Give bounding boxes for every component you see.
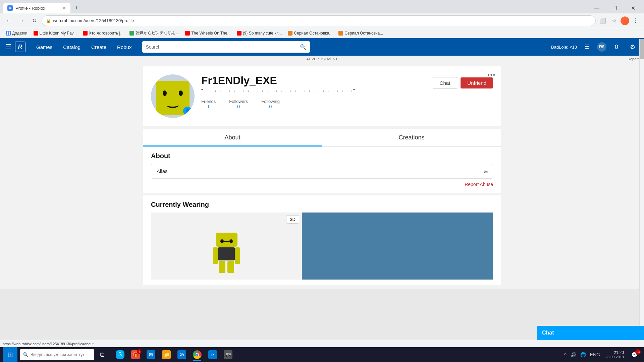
window-controls: — ❐ ✕ bbox=[589, 3, 641, 13]
address-bar[interactable]: 🔒 bbox=[42, 15, 596, 26]
close-button[interactable]: ✕ bbox=[625, 3, 641, 13]
ad-bar: ADVERTISEMENT Report bbox=[0, 56, 644, 62]
avatar-head-small bbox=[216, 233, 237, 247]
refresh-button[interactable]: ↻ bbox=[29, 15, 40, 26]
taskbar-search-icon: 🔍 bbox=[23, 352, 29, 357]
tray-up-arrow[interactable]: ^ bbox=[563, 352, 568, 357]
nav-robux-balance[interactable]: R$ bbox=[597, 42, 606, 52]
bookmark-kitten-label: Little Kitten My Fav... bbox=[40, 31, 77, 36]
chat-widget[interactable]: Chat bbox=[537, 326, 644, 340]
bookmark-icon[interactable]: ☆ bbox=[609, 16, 619, 26]
system-clock[interactable]: 21:20 23.09.2019 bbox=[603, 350, 627, 359]
new-tab-button[interactable]: + bbox=[72, 3, 81, 13]
nav-games[interactable]: Games bbox=[31, 38, 58, 56]
about-title: About bbox=[151, 152, 493, 160]
clock-date: 23.09.2019 bbox=[605, 355, 624, 359]
forward-button[interactable]: → bbox=[16, 15, 27, 26]
lock-icon: 🔒 bbox=[46, 18, 51, 23]
taskbar-mail[interactable]: ✉ bbox=[144, 347, 158, 362]
roblox-navbar: ☰ R Games Catalog Create Robux 🔍 BadLole… bbox=[0, 38, 644, 56]
profile-avatar: 👤 bbox=[151, 74, 195, 118]
taskbar-notification-icon[interactable]: 💬 13 bbox=[628, 347, 641, 362]
tab-about[interactable]: About bbox=[143, 129, 322, 146]
tray-network[interactable]: 🌐 bbox=[579, 352, 587, 357]
url-input[interactable] bbox=[53, 18, 591, 23]
edit-alias-icon[interactable]: ✏ bbox=[484, 168, 489, 176]
wearing-avatar bbox=[206, 226, 247, 280]
bookmark-cats[interactable]: (9) So many cute kit... bbox=[234, 30, 285, 36]
bookmark-serial2[interactable]: Сериал Остановка... bbox=[336, 30, 386, 36]
maximize-button[interactable]: ❐ bbox=[607, 3, 623, 13]
chat-widget-label: Chat bbox=[542, 330, 554, 336]
followers-count[interactable]: 0 bbox=[229, 104, 248, 109]
hamburger-menu[interactable]: ☰ bbox=[5, 43, 11, 51]
profile-tabs: About Creations bbox=[143, 129, 501, 147]
bookmark-addons-label: Додатки bbox=[12, 31, 28, 36]
tab-creations[interactable]: Creations bbox=[322, 129, 501, 146]
back-button[interactable]: ← bbox=[3, 15, 14, 26]
tray-lang[interactable]: ENG bbox=[589, 352, 601, 357]
avatar-eye-left bbox=[163, 90, 167, 96]
tray-volume[interactable]: 🔊 bbox=[569, 352, 578, 357]
start-button[interactable]: ⊞ bbox=[3, 347, 17, 362]
roblox-logo[interactable]: R bbox=[15, 42, 25, 52]
bookmark-yt2[interactable]: Хто як говорить |... bbox=[80, 30, 126, 36]
alias-label: Alias bbox=[157, 168, 168, 174]
chat-button[interactable]: Chat bbox=[433, 77, 458, 89]
taskbar-search[interactable]: 🔍 bbox=[20, 349, 94, 360]
report-abuse-container: Report Abuse bbox=[151, 181, 493, 187]
profile-actions: Chat Unfriend bbox=[433, 77, 493, 89]
wearing-title: Currently Wearing bbox=[151, 201, 493, 208]
profile-username: Fr1ENDly_EXE bbox=[201, 74, 426, 87]
bookmark-serial1-label: Сериал Остановка... bbox=[294, 31, 332, 36]
minimize-button[interactable]: — bbox=[589, 3, 604, 13]
bookmark-serial1[interactable]: Сериал Остановка... bbox=[285, 30, 335, 36]
wearing-content: 3D bbox=[151, 213, 493, 280]
tab-favicon: R bbox=[7, 5, 13, 11]
taskview-button[interactable]: ⧉ bbox=[95, 347, 109, 362]
browser-tab-active[interactable]: R Profile - Roblox ✕ bbox=[3, 3, 70, 13]
translate-icon[interactable]: ⬜ bbox=[598, 16, 608, 26]
wearing-avatar-area: 3D bbox=[151, 213, 302, 280]
taskbar-search-input[interactable] bbox=[31, 352, 91, 357]
friends-count[interactable]: 1 bbox=[201, 104, 216, 109]
taskbar-skype[interactable]: S bbox=[113, 347, 127, 362]
report-link[interactable]: Report bbox=[628, 57, 639, 61]
taskbar-chrome[interactable] bbox=[190, 347, 205, 362]
taskbar-store[interactable]: 🛍 bbox=[174, 347, 189, 362]
profile-options-dots[interactable]: ••• bbox=[487, 72, 496, 79]
nav-catalog[interactable]: Catalog bbox=[58, 38, 86, 56]
report-abuse-button[interactable]: Report Abuse bbox=[465, 182, 493, 187]
leg-left bbox=[219, 261, 225, 273]
followers-stat: Followers 0 bbox=[229, 99, 248, 109]
nav-create[interactable]: Create bbox=[86, 38, 112, 56]
tab-close-button[interactable]: ✕ bbox=[62, 5, 66, 11]
bookmark-globe[interactable]: 乾燥からピンチな肌を... bbox=[127, 29, 182, 37]
bookmark-wheels[interactable]: The Wheels On The... bbox=[182, 30, 233, 36]
nav-notifications-icon[interactable]: 0 bbox=[610, 41, 623, 53]
menu-icon[interactable]: ⋮ bbox=[631, 16, 641, 26]
search-button[interactable]: 🔍 bbox=[300, 44, 307, 50]
unfriend-button[interactable]: Unfriend bbox=[461, 77, 493, 88]
search-input[interactable] bbox=[146, 44, 300, 50]
bookmark-addons[interactable]: Додатки bbox=[3, 30, 30, 36]
status-url: https://web.roblox.com/users/1254189130/… bbox=[3, 342, 94, 346]
taskbar-camera[interactable]: 📷 bbox=[221, 347, 235, 362]
scroll-thumb[interactable] bbox=[640, 39, 644, 59]
search-bar[interactable]: 🔍 bbox=[142, 41, 310, 53]
nav-settings-icon[interactable]: ⚙ bbox=[627, 41, 639, 53]
nav-links: Games Catalog Create Robux bbox=[31, 38, 137, 56]
taskbar-gift[interactable]: 🎁 4 bbox=[128, 347, 143, 362]
profile-icon[interactable] bbox=[621, 16, 629, 25]
profile-content: 👤 Fr1ENDly_EXE "→→→→→→→→→→→→→→→→→→→→→→→→… bbox=[138, 62, 506, 289]
friends-label: Friends bbox=[201, 99, 216, 104]
bookmark-kitten[interactable]: Little Kitten My Fav... bbox=[31, 30, 79, 36]
nav-feed-icon[interactable]: ☰ bbox=[581, 41, 593, 53]
taskbar-files[interactable]: 📁 bbox=[159, 347, 174, 362]
bookmark-yt2-label: Хто як говорить |... bbox=[89, 31, 124, 36]
3d-toggle-button[interactable]: 3D bbox=[286, 215, 299, 224]
scrollbar[interactable] bbox=[639, 39, 644, 340]
following-count[interactable]: 0 bbox=[261, 104, 280, 109]
nav-robux[interactable]: Robux bbox=[112, 38, 137, 56]
taskbar-edge[interactable]: e bbox=[205, 347, 220, 362]
